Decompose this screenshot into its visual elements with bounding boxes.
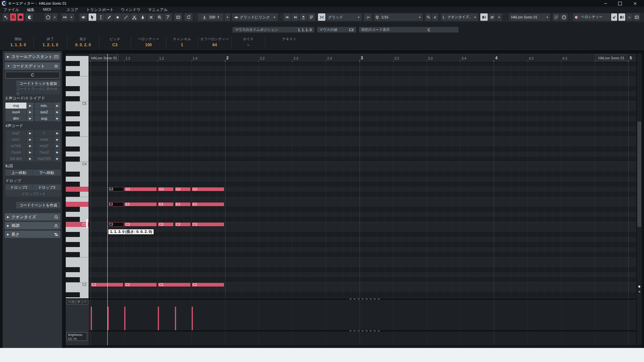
inspector-section-length[interactable]: ▶長さ: [5, 231, 60, 238]
record-button[interactable]: [17, 13, 23, 21]
project-cursor-playhead[interactable]: [107, 54, 108, 345]
menu-item-3[interactable]: スコア: [66, 7, 78, 12]
info-field-value-5[interactable]: 1: [166, 43, 198, 47]
midi-input-button[interactable]: [488, 13, 496, 21]
piano-key-white[interactable]: [66, 81, 89, 86]
menu-item-1[interactable]: 編集: [27, 7, 35, 12]
triad-sus4[interactable]: sus4▶: [5, 109, 34, 115]
triad-min-apply-arrow[interactable]: ▶: [54, 103, 61, 109]
triad-min[interactable]: min.▶: [35, 103, 61, 109]
open-in-lower-zone-button[interactable]: [611, 13, 617, 21]
timeline-ruler[interactable]: 1.21.31.422.22.32.433.23.33.444.24.35HAL…: [89, 54, 636, 62]
piano-key-white[interactable]: [66, 177, 89, 182]
midi-note-C3-selected[interactable]: C3: [107, 222, 123, 227]
tetrad-min6[interactable]: min6▶: [35, 136, 61, 142]
minimize-button[interactable]: [600, 1, 610, 6]
info-field-value-3[interactable]: C3: [99, 43, 131, 47]
menu-item-6[interactable]: マニュアル: [148, 7, 168, 12]
autoscroll-dropdown[interactable]: ▼: [69, 13, 74, 21]
piano-key-white[interactable]: [66, 126, 89, 131]
midi-note-G3-selected[interactable]: G3: [107, 187, 123, 191]
note-expression-grid-button[interactable]: [553, 13, 559, 21]
iterative-quantize-button[interactable]: %: [425, 13, 431, 21]
info-field-value-0[interactable]: 1. 1. 3. 0: [3, 43, 34, 47]
tetrad-fulldim[interactable]: full dim▶: [5, 156, 34, 162]
midi-din-button[interactable]: [560, 13, 568, 21]
piano-key-white[interactable]: [66, 141, 89, 146]
tetrad-7sus2-apply-arrow[interactable]: ▶: [54, 149, 61, 155]
info-field-value-2[interactable]: 0. 0. 2. 0: [67, 43, 99, 47]
left-zone-toggle-button[interactable]: [619, 13, 625, 21]
midi-note-E3-selected[interactable]: E3: [107, 202, 123, 206]
maximize-button[interactable]: [615, 1, 625, 6]
move-up-button[interactable]: 上へ移動: [5, 170, 32, 176]
midi-note-G3[interactable]: G3: [175, 187, 191, 191]
vertical-scrollbar-thumb[interactable]: [637, 121, 641, 227]
tetrad-7-apply-arrow[interactable]: ▶: [54, 130, 61, 136]
step-input-button[interactable]: [480, 13, 488, 21]
inspector-section-quantize[interactable]: ▶クオンタイズ: [5, 213, 60, 221]
quantize-preset-box[interactable]: Q1/16▼: [374, 13, 423, 21]
midi-note-C3[interactable]: C3: [124, 222, 157, 227]
create-chord-event-button[interactable]: コードイベントを作成: [16, 202, 60, 208]
velocity-bar[interactable]: [175, 307, 176, 330]
piano-key-white[interactable]: [66, 187, 89, 192]
insert-velocity-stepper[interactable]: ▲▼: [217, 15, 219, 19]
midi-note-C3[interactable]: C3: [192, 222, 224, 227]
insert-velocity-dropdown[interactable]: ▼: [225, 13, 230, 21]
piano-key-white[interactable]: [66, 136, 89, 141]
insert-velocity-value[interactable]: 100: [209, 15, 215, 19]
inspector-section-transpose[interactable]: ▶移調: [5, 222, 60, 229]
triad-aug-apply-arrow[interactable]: ▶: [54, 115, 61, 121]
note-grid[interactable]: G3G3G3G3G3E3E3E3E3E3C3C3C3C3C3C2C2C2C2: [89, 62, 636, 298]
time-warp-tool[interactable]: [164, 13, 172, 21]
solo-button[interactable]: S: [10, 13, 16, 21]
triad-maj-apply-arrow[interactable]: ▶: [26, 103, 34, 109]
info-field-value-6[interactable]: 64: [198, 43, 231, 47]
piano-key-white[interactable]: [66, 257, 89, 262]
piano-key-white[interactable]: [66, 66, 89, 71]
midi-note-C2[interactable]: C2: [158, 283, 191, 287]
independent-track-loop-button[interactable]: [184, 13, 193, 21]
object-selection-tool[interactable]: [89, 13, 96, 21]
erase-tool[interactable]: [114, 13, 121, 21]
midi-note-E3[interactable]: E3: [124, 202, 157, 206]
tetrad-fulldim-apply-arrow[interactable]: ▶: [26, 156, 34, 162]
triad-dim[interactable]: dim▶: [5, 115, 34, 121]
trim-tool[interactable]: [97, 13, 105, 21]
pitch-visibility-dropdown[interactable]: ▼: [52, 13, 57, 21]
tetrad-m7b5-apply-arrow[interactable]: ▶: [26, 143, 34, 149]
close-button[interactable]: [630, 1, 640, 6]
autoscroll-button[interactable]: [61, 13, 68, 21]
nudge-up-button[interactable]: [300, 13, 307, 21]
event-colors-box[interactable]: ベロシティー: [573, 13, 610, 21]
link-to-grid-box[interactable]: ◀▶グリッドにリンク▼: [232, 13, 278, 21]
tetrad-7sus4[interactable]: 7sus4▶: [5, 149, 34, 155]
midi-note-C3[interactable]: C3: [175, 222, 191, 227]
menu-item-2[interactable]: MIDI: [43, 7, 51, 11]
acoustic-preview-button[interactable]: [79, 13, 88, 21]
snap-type-box[interactable]: グリッド▼: [326, 13, 362, 21]
piano-key-white[interactable]: [66, 76, 89, 81]
velocity-bar[interactable]: [91, 307, 92, 330]
setup-pin-button[interactable]: [3, 13, 9, 21]
setup-window-layout-button[interactable]: [633, 13, 640, 21]
glue-tool[interactable]: [139, 13, 147, 21]
midi-note-E3[interactable]: E3: [158, 202, 174, 206]
lane-divider-handle[interactable]: [350, 330, 380, 331]
midi-note-C2[interactable]: C2: [124, 283, 157, 287]
move-down-button[interactable]: 下へ移動: [33, 170, 61, 176]
split-tool[interactable]: [130, 13, 138, 21]
piano-key-white[interactable]: [66, 152, 89, 157]
midi-note-C2[interactable]: C2: [91, 283, 123, 287]
grid-minus-plus-button[interactable]: -|+: [364, 13, 372, 21]
nudge-start-right-button[interactable]: [291, 13, 299, 21]
midi-note-E3[interactable]: E3: [192, 202, 224, 206]
drop3-button[interactable]: ドロップ3: [33, 184, 61, 190]
midi-note-G3[interactable]: G3: [192, 187, 224, 191]
inspector-section-scale-assistant[interactable]: ▶スケールアシスタント: [5, 53, 60, 60]
tetrad-7[interactable]: 7▶: [35, 130, 61, 136]
zoom-add-button[interactable]: +: [638, 290, 641, 293]
tetrad-7sus2[interactable]: 7sus2▶: [35, 149, 61, 155]
piano-key-white[interactable]: [66, 227, 89, 232]
